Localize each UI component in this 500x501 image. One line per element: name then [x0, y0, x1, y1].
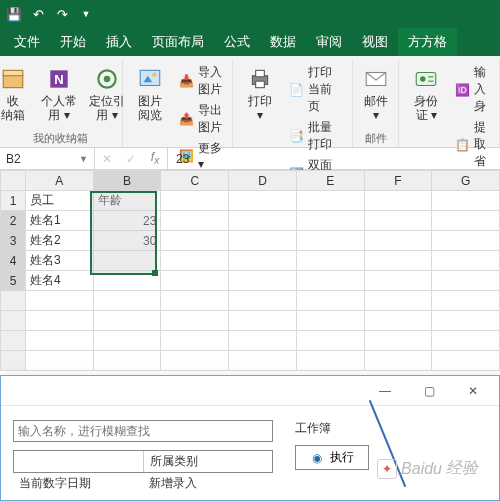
formula-bar-row: B2 ▼ ✕ ✓ fx 23: [0, 148, 500, 170]
mail-button[interactable]: 邮件 ▾: [355, 61, 397, 125]
run-icon: ◉: [310, 451, 324, 465]
col-header-g[interactable]: G: [432, 171, 500, 191]
mail-icon: [360, 64, 392, 94]
list-item[interactable]: 新增录入: [149, 475, 197, 492]
row-header-5[interactable]: 5: [1, 271, 26, 291]
col-header-c[interactable]: C: [161, 171, 229, 191]
fx-button[interactable]: fx: [143, 148, 167, 169]
tab-extra[interactable]: 方方格: [398, 28, 457, 56]
cell[interactable]: 姓名2: [26, 231, 94, 251]
maximize-button[interactable]: ▢: [407, 377, 451, 405]
tab-formula[interactable]: 公式: [214, 28, 260, 56]
col-header-d[interactable]: D: [229, 171, 297, 191]
target-icon: [91, 64, 123, 94]
svg-rect-1: [3, 70, 23, 75]
page-icon: 📄: [289, 82, 304, 98]
cancel-fx-button[interactable]: ✕: [95, 148, 119, 169]
close-button[interactable]: ✕: [451, 377, 495, 405]
spreadsheet-grid[interactable]: A B C D E F G 1员工年龄 2姓名123 3姓名230 4姓名3 5…: [0, 170, 500, 371]
import-image-button[interactable]: 📥导入图片: [175, 63, 226, 99]
col-header-e[interactable]: E: [296, 171, 364, 191]
cell[interactable]: 23: [93, 211, 161, 231]
dropdown-icon[interactable]: ▼: [78, 6, 94, 22]
list-item[interactable]: 当前数字日期: [19, 475, 149, 492]
svg-rect-0: [3, 75, 23, 88]
import-icon: 📥: [179, 73, 194, 89]
image-icon: [134, 64, 166, 94]
chevron-down-icon: ▼: [79, 154, 88, 164]
cell[interactable]: [93, 271, 161, 291]
batch-icon: 📑: [289, 128, 304, 144]
confirm-fx-button[interactable]: ✓: [119, 148, 143, 169]
row-header-1[interactable]: 1: [1, 191, 26, 211]
cell[interactable]: 员工: [26, 191, 94, 211]
row-header-4[interactable]: 4: [1, 251, 26, 271]
group-label-mail: 邮件: [359, 129, 392, 147]
svg-text:N: N: [54, 72, 63, 87]
minimize-button[interactable]: —: [363, 377, 407, 405]
svg-rect-13: [417, 73, 437, 86]
print-current-button[interactable]: 📄打印当前页: [285, 63, 346, 116]
select-all-corner[interactable]: [1, 171, 26, 191]
cell[interactable]: 姓名4: [26, 271, 94, 291]
row-header-2[interactable]: 2: [1, 211, 26, 231]
row-header-3[interactable]: 3: [1, 231, 26, 251]
tab-insert[interactable]: 插入: [96, 28, 142, 56]
tab-file[interactable]: 文件: [4, 28, 50, 56]
search-input[interactable]: [13, 420, 273, 442]
undo-icon[interactable]: ↶: [30, 6, 46, 22]
svg-rect-6: [140, 70, 160, 85]
workbook-label: 工作簿: [295, 420, 369, 437]
svg-point-14: [420, 76, 425, 81]
export-icon: 📤: [179, 111, 194, 127]
cell[interactable]: [93, 251, 161, 271]
box-icon: [0, 64, 29, 94]
list-header: 所属类别: [13, 450, 273, 473]
cell[interactable]: 年龄: [93, 191, 161, 211]
col-header-f[interactable]: F: [364, 171, 432, 191]
id-input-button[interactable]: 🆔输入身: [451, 63, 493, 116]
formula-bar[interactable]: 23: [168, 148, 500, 169]
save-icon[interactable]: 💾: [6, 6, 22, 22]
svg-rect-10: [256, 70, 265, 77]
col-category: 所属类别: [144, 451, 204, 472]
ribbon: 收 纳箱 N 个人常 用 ▾ 定位引 用 ▾ 我的收纳箱 图片 阅览 📥导入图片…: [0, 56, 500, 148]
cell[interactable]: 姓名3: [26, 251, 94, 271]
tab-view[interactable]: 视图: [352, 28, 398, 56]
col-header-a[interactable]: A: [26, 171, 94, 191]
redo-icon[interactable]: ↷: [54, 6, 70, 22]
dialog-window: — ▢ ✕ 所属类别 当前数字日期 新增录入 工作簿 ◉ 执行: [0, 375, 500, 501]
tab-home[interactable]: 开始: [50, 28, 96, 56]
tab-data[interactable]: 数据: [260, 28, 306, 56]
printer-icon: [244, 64, 276, 94]
group-label-storage: 我的收纳箱: [6, 129, 116, 147]
tab-layout[interactable]: 页面布局: [142, 28, 214, 56]
cell[interactable]: 30: [93, 231, 161, 251]
onenote-icon: N: [43, 64, 75, 94]
svg-point-8: [152, 73, 156, 77]
col-header-b[interactable]: B: [93, 171, 161, 191]
name-box[interactable]: B2 ▼: [0, 148, 95, 169]
execute-button[interactable]: ◉ 执行: [295, 445, 369, 470]
menu-bar: 文件 开始 插入 页面布局 公式 数据 审阅 视图 方方格: [0, 28, 500, 56]
cell[interactable]: 姓名1: [26, 211, 94, 231]
tab-review[interactable]: 审阅: [306, 28, 352, 56]
personal-button[interactable]: N 个人常 用 ▾: [36, 61, 82, 125]
storage-button[interactable]: 收 纳箱: [0, 61, 34, 125]
svg-point-5: [104, 76, 111, 83]
title-bar: 💾 ↶ ↷ ▼: [0, 0, 500, 28]
svg-rect-11: [256, 81, 265, 88]
export-image-button[interactable]: 📤导出图片: [175, 101, 226, 137]
id-icon: [410, 64, 442, 94]
